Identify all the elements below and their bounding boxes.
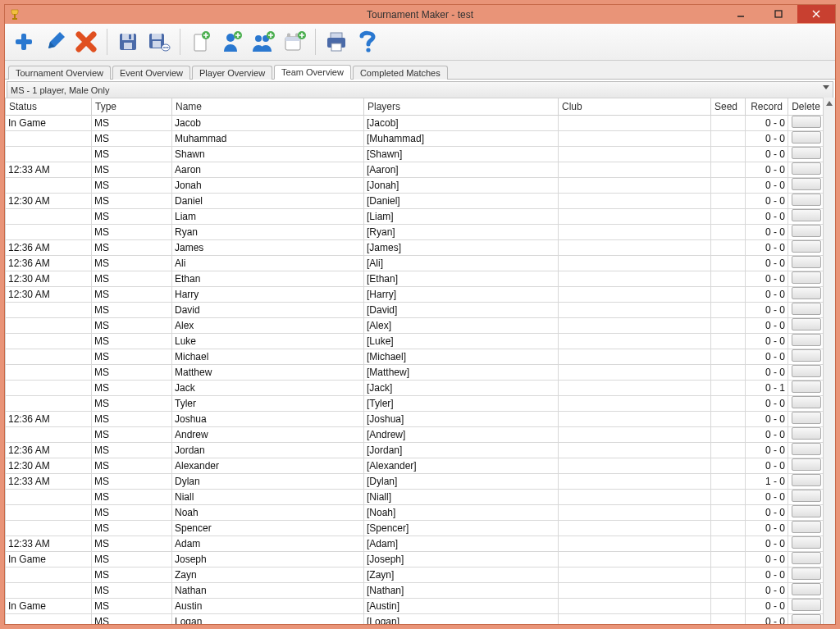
table-row[interactable]: MSMatthew[Matthew]0 - 0: [6, 365, 824, 381]
edit-button[interactable]: [41, 28, 69, 56]
delete-row-button[interactable]: [792, 567, 821, 580]
table-row[interactable]: 12:33 AMMSAdam[Adam]0 - 0: [6, 536, 824, 552]
table-row[interactable]: MSNoah[Noah]0 - 0: [6, 505, 824, 521]
delete-row-button[interactable]: [792, 381, 821, 393]
tab-event-overview[interactable]: Event Overview: [112, 66, 190, 80]
delete-row-button[interactable]: [792, 147, 821, 159]
table-row[interactable]: 12:33 AMMSDylan[Dylan]1 - 0: [6, 474, 824, 490]
col-club[interactable]: Club: [559, 98, 711, 116]
table-row[interactable]: MSMichael[Michael]0 - 0: [6, 349, 824, 365]
tab-player-overview[interactable]: Player Overview: [192, 66, 272, 80]
table-row[interactable]: In GameMSJoseph[Joseph]0 - 0: [6, 552, 824, 567]
table-row[interactable]: 12:36 AMMSAli[Ali]0 - 0: [6, 256, 824, 271]
tab-tournament-overview[interactable]: Tournament Overview: [8, 66, 111, 80]
delete-row-button[interactable]: [792, 256, 821, 268]
delete-row-button[interactable]: [792, 318, 821, 330]
delete-row-button[interactable]: [792, 396, 821, 408]
scroll-up-icon[interactable]: [824, 98, 835, 109]
col-name[interactable]: Name: [172, 98, 364, 116]
close-button[interactable]: [797, 5, 835, 23]
delete-row-button[interactable]: [792, 162, 821, 175]
delete-row-button[interactable]: [792, 505, 821, 517]
delete-row-button[interactable]: [792, 583, 821, 595]
delete-row-button[interactable]: [792, 412, 821, 424]
table-row[interactable]: MSTyler[Tyler]0 - 0: [6, 396, 824, 412]
table-row[interactable]: MSNiall[Niall]0 - 0: [6, 490, 824, 505]
delete-row-button[interactable]: [792, 349, 821, 362]
delete-row-button[interactable]: [792, 614, 821, 624]
delete-row-button[interactable]: [792, 194, 821, 206]
tab-team-overview[interactable]: Team Overview: [274, 65, 351, 80]
delete-row-button[interactable]: [792, 131, 821, 144]
table-row[interactable]: MSMuhammad[Muhammad]0 - 0: [6, 131, 824, 147]
col-record[interactable]: Record: [746, 98, 788, 116]
new-event-button[interactable]: [187, 28, 215, 56]
delete-row-button[interactable]: [792, 599, 821, 611]
col-players[interactable]: Players: [364, 98, 559, 116]
delete-row-button[interactable]: [792, 536, 821, 549]
vertical-scrollbar[interactable]: [823, 98, 835, 624]
table-row[interactable]: MSJonah[Jonah]0 - 0: [6, 178, 824, 194]
table-row[interactable]: MSLiam[Liam]0 - 0: [6, 209, 824, 225]
table-row[interactable]: MSAndrew[Andrew]0 - 0: [6, 427, 824, 443]
table-row[interactable]: 12:36 AMMSJames[James]0 - 0: [6, 240, 824, 256]
table-row[interactable]: 12:30 AMMSHarry[Harry]0 - 0: [6, 287, 824, 303]
col-delete[interactable]: Delete: [788, 98, 824, 116]
delete-row-button[interactable]: [792, 490, 821, 502]
table-row[interactable]: MSJack[Jack]0 - 1: [6, 381, 824, 396]
cell-status: [6, 567, 92, 583]
tab-completed-matches[interactable]: Completed Matches: [353, 66, 448, 80]
delete-row-button[interactable]: [792, 458, 821, 471]
table-row[interactable]: 12:33 AMMSAaron[Aaron]0 - 0: [6, 162, 824, 178]
table-row[interactable]: In GameMSJacob[Jacob]0 - 0: [6, 116, 824, 131]
delete-row-button[interactable]: [792, 365, 821, 377]
delete-row-button[interactable]: [792, 116, 821, 128]
delete-row-button[interactable]: [792, 178, 821, 190]
col-type[interactable]: Type: [92, 98, 172, 116]
table-row[interactable]: MSShawn[Shawn]0 - 0: [6, 147, 824, 162]
add-button[interactable]: [10, 28, 38, 56]
minimize-button[interactable]: [722, 5, 760, 23]
delete-row-button[interactable]: [792, 287, 821, 299]
table-row[interactable]: MSAlex[Alex]0 - 0: [6, 318, 824, 334]
delete-row-button[interactable]: [792, 209, 821, 221]
table-row[interactable]: 12:30 AMMSEthan[Ethan]0 - 0: [6, 271, 824, 287]
delete-row-button[interactable]: [792, 443, 821, 455]
table-row[interactable]: MSZayn[Zayn]0 - 0: [6, 567, 824, 583]
cell-status: 12:36 AM: [6, 443, 92, 458]
table-row[interactable]: 12:36 AMMSJoshua[Joshua]0 - 0: [6, 412, 824, 427]
delete-row-button[interactable]: [792, 240, 821, 253]
grid-header: Status Type Name Players Club Seed Recor…: [6, 98, 824, 116]
table-row[interactable]: MSLogan[Logan]0 - 0: [6, 614, 824, 625]
delete-row-button[interactable]: [792, 474, 821, 486]
delete-row-button[interactable]: [792, 521, 821, 533]
delete-row-button[interactable]: [792, 334, 821, 346]
print-button[interactable]: [322, 28, 350, 56]
table-row[interactable]: MSRyan[Ryan]0 - 0: [6, 225, 824, 240]
table-row[interactable]: In GameMSAustin[Austin]0 - 0: [6, 599, 824, 614]
cell-type: MS: [92, 536, 172, 552]
table-row[interactable]: 12:30 AMMSAlexander[Alexander]0 - 0: [6, 458, 824, 474]
save-button[interactable]: [114, 28, 142, 56]
delete-row-button[interactable]: [792, 225, 821, 237]
delete-row-button[interactable]: [792, 427, 821, 440]
table-row[interactable]: 12:36 AMMSJordan[Jordan]0 - 0: [6, 443, 824, 458]
add-match-button[interactable]: [281, 28, 308, 56]
col-seed[interactable]: Seed: [711, 98, 746, 116]
table-row[interactable]: MSDavid[David]0 - 0: [6, 303, 824, 318]
col-status[interactable]: Status: [6, 98, 92, 116]
table-row[interactable]: 12:30 AMMSDaniel[Daniel]0 - 0: [6, 194, 824, 209]
maximize-button[interactable]: [760, 5, 797, 23]
add-team-button[interactable]: [249, 28, 277, 56]
save-as-button[interactable]: [145, 28, 173, 56]
delete-row-button[interactable]: [792, 271, 821, 284]
table-row[interactable]: MSSpencer[Spencer]0 - 0: [6, 521, 824, 536]
delete-row-button[interactable]: [792, 303, 821, 315]
help-button[interactable]: [354, 28, 381, 56]
table-row[interactable]: MSLuke[Luke]0 - 0: [6, 334, 824, 349]
delete-button[interactable]: [72, 28, 100, 56]
table-row[interactable]: MSNathan[Nathan]0 - 0: [6, 583, 824, 599]
delete-row-button[interactable]: [792, 552, 821, 564]
event-filter-dropdown[interactable]: MS - 1 player, Male Only: [7, 81, 833, 99]
add-player-button[interactable]: [218, 28, 246, 56]
